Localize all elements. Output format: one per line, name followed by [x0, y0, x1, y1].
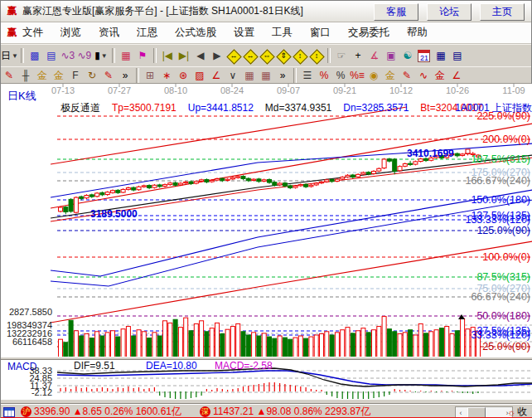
- menu-item-5[interactable]: 设置: [234, 26, 254, 40]
- angle-steep-icon[interactable]: ∠: [448, 67, 465, 83]
- candle-style-button[interactable]: ▮▼: [93, 48, 109, 64]
- menu-item-0[interactable]: 文件: [22, 26, 43, 40]
- gold-circle-icon[interactable]: ◉: [365, 67, 382, 83]
- service-button[interactable]: 客服: [374, 3, 418, 21]
- macd-scale-label: -2.12: [1, 388, 52, 397]
- shanghai-quote: 3396.90 ▲8.65 0.26% 1600.61亿: [34, 405, 181, 418]
- compress-y-icon[interactable]: ⇔: [259, 48, 275, 64]
- percent-icon[interactable]: %: [332, 67, 349, 83]
- marker-triangle-icon: [458, 314, 465, 319]
- menu-item-1[interactable]: 浏览: [60, 26, 81, 40]
- percent-level-label: 166.67%(240): [465, 176, 530, 187]
- notebook-icon[interactable]: ▤: [449, 48, 466, 64]
- candle-pen-icon[interactable]: ✎: [399, 67, 415, 83]
- nav-prev-button[interactable]: ◀: [192, 48, 209, 64]
- menu-bar: 赢 文件浏览资讯江恩公式选股设置工具窗口交易委托帮助: [1, 22, 531, 44]
- gann-fan-icon[interactable]: ∗: [158, 67, 175, 83]
- status-scrollbar[interactable]: ‹ ›: [455, 406, 513, 418]
- gann-box-icon[interactable]: ▦: [118, 48, 134, 64]
- macd-value: MACD=-2.58: [215, 360, 273, 372]
- calendar-icon[interactable]: 21: [416, 48, 433, 64]
- crosshair-icon[interactable]: +: [350, 48, 366, 64]
- more-tools-button[interactable]: »: [117, 67, 133, 83]
- trend-pen-icon[interactable]: ✎: [1, 67, 17, 83]
- chart-area[interactable]: 日K线 07-1307-2708-1008-2409-0709-2110-121…: [1, 84, 532, 404]
- gold-levels-icon[interactable]: 金: [382, 67, 399, 83]
- gold-price-icon[interactable]: 金: [432, 67, 448, 83]
- toolbar-separator: [21, 48, 24, 63]
- gann-channel-header: 极反通道Tp=3500.7191Up=3441.8512Md=3374.9351…: [60, 101, 494, 115]
- menu-item-2[interactable]: 资讯: [99, 26, 119, 40]
- price-ruler-icon[interactable]: ☰: [299, 67, 316, 83]
- spiral-icon[interactable]: ↻: [84, 67, 100, 83]
- nav-next-button[interactable]: ▶: [209, 48, 225, 64]
- gann-circle-icon[interactable]: ⊛: [175, 67, 191, 83]
- info-panel-icon[interactable]: ▤: [43, 48, 60, 64]
- hand-tool-icon[interactable]: ☞: [333, 48, 350, 64]
- screener-flag-icon[interactable]: ⚑: [134, 48, 151, 64]
- status-calendar-icon[interactable]: [3, 407, 15, 417]
- toolbar-separator: [153, 48, 157, 63]
- angle-line-icon[interactable]: ∠: [208, 67, 225, 83]
- indicator-9-icon[interactable]: ∿9: [76, 48, 93, 64]
- antenna-icon: ☼: [507, 407, 515, 417]
- fib-f-icon[interactable]: F: [67, 67, 84, 83]
- gann-dn: Dn=3285.3571: [343, 102, 409, 114]
- grid-small-icon[interactable]: ▦: [241, 67, 258, 83]
- home-button[interactable]: 主页: [480, 3, 525, 21]
- calculator-icon[interactable]: ▦: [433, 48, 449, 64]
- expand-y-icon[interactable]: ⇕: [275, 48, 292, 64]
- date-tick-label: 07-13: [51, 86, 75, 95]
- price-annotation: 3410.1699: [407, 148, 454, 159]
- percent-level-label: 87.5%(315): [476, 272, 530, 283]
- menu-logo-icon: 赢: [5, 27, 19, 39]
- scroll-left-arrow[interactable]: ‹: [456, 408, 466, 418]
- compress-x-icon[interactable]: ↔: [225, 48, 242, 64]
- tile-windows-icon[interactable]: ▩: [27, 48, 43, 64]
- gold-ratio2-icon[interactable]: 金: [51, 67, 67, 83]
- indicator-3-icon[interactable]: ∿3: [60, 48, 76, 64]
- menu-item-4[interactable]: 公式选股: [175, 26, 216, 40]
- gann-up: Up=3441.8512: [188, 102, 254, 114]
- box-select-icon[interactable]: ⊞: [142, 67, 158, 83]
- kline-period-button[interactable]: 日▼: [1, 48, 18, 64]
- expand-all-icon[interactable]: ↕: [292, 48, 308, 64]
- zigzag-icon[interactable]: ∨: [225, 67, 241, 83]
- gold-ratio-icon[interactable]: 金: [34, 67, 51, 83]
- forum-button[interactable]: 论坛: [427, 3, 472, 21]
- receive-label: 收: [517, 405, 527, 418]
- date-tick-label: 09-07: [277, 86, 300, 95]
- more-tools2-button[interactable]: »: [274, 67, 291, 83]
- grid-large-icon[interactable]: ▦: [258, 67, 274, 83]
- window-title: 赢家江恩专业版[赢家服务平台] - [上证指数 SH1A0001-81日K线]: [22, 4, 303, 18]
- percent-level-label: 150.0%(180): [471, 195, 530, 206]
- smart-brain-icon[interactable]: ☯: [399, 48, 416, 64]
- menu-item-9[interactable]: 帮助: [407, 26, 428, 40]
- price-scale-label: 2827.5850: [1, 308, 52, 317]
- gann-grid-icon[interactable]: ╫: [17, 67, 34, 83]
- menu-item-7[interactable]: 窗口: [310, 26, 331, 40]
- expand-x-icon[interactable]: ↔: [242, 48, 259, 64]
- percent-retrace-icon[interactable]: %: [316, 67, 332, 83]
- compress-all-icon[interactable]: ↕: [308, 48, 325, 64]
- shanghai-icon[interactable]: 沪: [21, 406, 31, 417]
- measure-pen-icon[interactable]: ✎: [100, 67, 117, 83]
- gann-square-icon[interactable]: ▨: [191, 67, 208, 83]
- menu-item-3[interactable]: 江恩: [137, 26, 157, 40]
- status-bar: 沪 3396.90 ▲8.65 0.26% 1600.61亿 深 11437.2…: [1, 404, 532, 418]
- titlebar-buttons: 客服论坛主页: [374, 3, 525, 21]
- menu-item-8[interactable]: 交易委托: [348, 26, 389, 40]
- nav-last-button[interactable]: ▶|: [176, 48, 192, 64]
- shenzhen-icon[interactable]: 深: [200, 406, 210, 417]
- nav-first-button[interactable]: |◀: [159, 48, 176, 64]
- wave-tool-icon[interactable]: ∿: [415, 67, 432, 83]
- date-tick-label: 08-24: [220, 86, 244, 95]
- toolbar-separator: [327, 48, 331, 63]
- pane-label: 日K线: [7, 90, 36, 101]
- date-tick-label: 09-21: [333, 86, 356, 95]
- blocks-icon[interactable]: ▣: [383, 48, 399, 64]
- percent-levels-icon[interactable]: %≡: [349, 67, 365, 83]
- angle-measure-icon[interactable]: ∡: [366, 48, 383, 64]
- menu-item-6[interactable]: 工具: [272, 26, 293, 40]
- gann-tool-name: 极反通道: [60, 102, 100, 114]
